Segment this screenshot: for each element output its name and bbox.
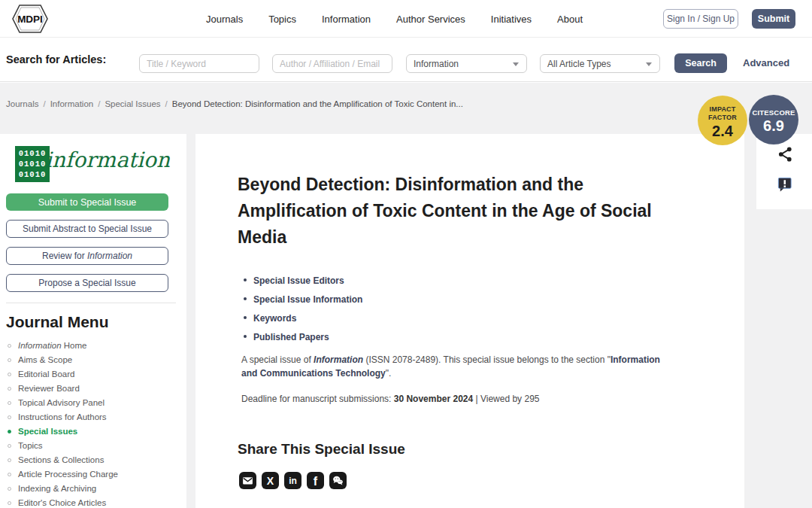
- review-prefix: Review for: [42, 251, 85, 261]
- bullet-icon: [8, 415, 11, 419]
- nav-information[interactable]: Information: [322, 14, 371, 25]
- search-label: Search for Articles:: [6, 53, 106, 65]
- breadcrumb-separator: /: [165, 99, 168, 108]
- wechat-icon[interactable]: [329, 472, 347, 489]
- share-icon-row: X in f: [239, 472, 347, 489]
- nav-journals[interactable]: Journals: [206, 14, 243, 25]
- submit-abstract-button[interactable]: Submit Abstract to Special Issue: [6, 220, 168, 238]
- menu-item-information-home[interactable]: Information Home: [0, 339, 186, 353]
- chevron-down-icon: [513, 62, 519, 66]
- menu-item-instructions-for-authors[interactable]: Instructions for Authors: [0, 410, 186, 424]
- page-tools-panel: [756, 134, 812, 209]
- menu-item-aims-scope[interactable]: Aims & Scope: [0, 353, 186, 367]
- top-nav-bar: MDPI Journals Topics Information Author …: [0, 0, 812, 38]
- author-affiliation-input[interactable]: [272, 54, 392, 73]
- journal-select-value: Information: [414, 59, 459, 69]
- toc-link-keywords[interactable]: Keywords: [253, 313, 296, 324]
- menu-item-sections-collections[interactable]: Sections & Collections: [0, 453, 186, 467]
- special-issue-toc: Special Issue Editors Special Issue Info…: [244, 275, 362, 350]
- menu-item-editors-choice-articles[interactable]: Editor's Choice Articles: [0, 496, 186, 508]
- email-icon[interactable]: [239, 472, 256, 489]
- facebook-icon[interactable]: f: [307, 472, 324, 489]
- bullet-icon: [244, 297, 247, 300]
- bullet-icon: [8, 401, 11, 405]
- impact-factor-badge[interactable]: IMPACT FACTOR 2.4: [698, 96, 747, 145]
- site-header: MDPI Journals Topics Information Author …: [0, 0, 812, 83]
- page: MDPI Journals Topics Information Author …: [0, 0, 812, 508]
- toc-link-editors[interactable]: Special Issue Editors: [253, 275, 344, 286]
- viewed-count: Viewed by 295: [480, 394, 540, 404]
- article-search-bar: Search for Articles: Information All Art…: [0, 38, 812, 82]
- nav-author-services[interactable]: Author Services: [396, 14, 465, 25]
- breadcrumb-journals[interactable]: Journals: [6, 99, 38, 108]
- bullet-icon: [244, 278, 247, 281]
- x-twitter-icon[interactable]: X: [262, 472, 279, 489]
- article-type-select[interactable]: All Article Types: [540, 54, 660, 73]
- bullet-icon: [8, 373, 11, 376]
- breadcrumb: Journals/Information/Special Issues/Beyo…: [6, 99, 463, 108]
- menu-item-reviewer-board[interactable]: Reviewer Board: [0, 382, 186, 396]
- special-issue-title: Beyond Detection: Disinformation and the…: [238, 172, 672, 251]
- bullet-icon: [8, 501, 11, 505]
- share-heading: Share This Special Issue: [238, 441, 405, 458]
- impact-factor-value: 2.4: [698, 123, 747, 140]
- toc-item: Special Issue Editors: [244, 275, 362, 294]
- menu-item-editorial-board[interactable]: Editorial Board: [0, 367, 186, 382]
- review-journal-name: Information: [87, 251, 132, 261]
- article-type-select-value: All Article Types: [547, 59, 611, 69]
- bullet-icon: [8, 387, 11, 391]
- menu-item-special-issues[interactable]: Special Issues: [0, 424, 186, 439]
- nav-initiatives[interactable]: Initiatives: [491, 14, 532, 25]
- bullet-icon: [244, 335, 247, 338]
- toc-link-information[interactable]: Special Issue Information: [253, 294, 362, 305]
- deadline-line: Deadline for manuscript submissions: 30 …: [241, 394, 539, 404]
- sidebar-divider: [6, 303, 176, 303]
- breadcrumb-special-issues[interactable]: Special Issues: [105, 99, 160, 108]
- bullet-icon: [8, 344, 11, 348]
- toc-item: Special Issue Information: [244, 294, 362, 312]
- impact-factor-label: IMPACT: [698, 105, 747, 114]
- journal-link[interactable]: Information: [314, 354, 363, 365]
- mdpi-logo-text: MDPI: [17, 14, 43, 25]
- nav-about[interactable]: About: [557, 14, 583, 25]
- submit-button[interactable]: Submit: [752, 9, 795, 29]
- share-icon[interactable]: [777, 146, 793, 166]
- propose-special-issue-button[interactable]: Propose a Special Issue: [6, 274, 168, 292]
- journal-select[interactable]: Information: [406, 54, 527, 73]
- bullet-icon: [8, 487, 11, 491]
- breadcrumb-current: Beyond Detection: Disinformation and the…: [172, 99, 463, 108]
- citescore-badge[interactable]: CITESCORE 6.9: [749, 95, 798, 144]
- menu-item-indexing-archiving[interactable]: Indexing & Archiving: [0, 482, 186, 496]
- deadline-date: 30 November 2024: [394, 394, 473, 404]
- search-button[interactable]: Search: [674, 53, 727, 73]
- title-keyword-input[interactable]: [139, 54, 259, 73]
- journal-menu: Information Home Aims & Scope Editorial …: [0, 339, 186, 508]
- journal-sidebar: 01010 01010 01010 information Submit to …: [0, 134, 186, 508]
- feedback-icon[interactable]: [776, 175, 793, 196]
- chevron-down-icon: [646, 62, 652, 66]
- menu-item-article-processing-charge[interactable]: Article Processing Charge: [0, 467, 186, 482]
- linkedin-icon[interactable]: in: [284, 472, 301, 489]
- information-wordmark[interactable]: information: [45, 148, 170, 172]
- toc-item: Keywords: [244, 312, 362, 331]
- toc-link-published-papers[interactable]: Published Papers: [253, 332, 329, 342]
- menu-item-topics[interactable]: Topics: [0, 439, 186, 453]
- menu-item-topical-advisory-panel[interactable]: Topical Advisory Panel: [0, 396, 186, 410]
- advanced-search-link[interactable]: Advanced: [743, 57, 789, 68]
- breadcrumb-separator: /: [98, 99, 100, 108]
- special-issue-content: Beyond Detection: Disinformation and the…: [195, 134, 744, 508]
- breadcrumb-separator: /: [43, 99, 45, 108]
- citescore-value: 6.9: [749, 117, 798, 135]
- mdpi-logo[interactable]: MDPI: [11, 4, 50, 34]
- signin-button[interactable]: Sign In / Sign Up: [663, 9, 738, 29]
- bullet-icon: [8, 430, 11, 433]
- special-issue-intro: A special issue of Information (ISSN 207…: [241, 353, 666, 380]
- review-for-information-button[interactable]: Review for Information: [6, 247, 168, 265]
- citescore-label: CITESCORE: [749, 108, 798, 117]
- bullet-icon: [8, 458, 11, 462]
- nav-topics[interactable]: Topics: [268, 14, 296, 25]
- submit-to-special-issue-button[interactable]: Submit to Special Issue: [6, 193, 168, 211]
- journal-menu-title: Journal Menu: [6, 313, 109, 331]
- bullet-icon: [8, 473, 11, 476]
- breadcrumb-information[interactable]: Information: [50, 99, 94, 108]
